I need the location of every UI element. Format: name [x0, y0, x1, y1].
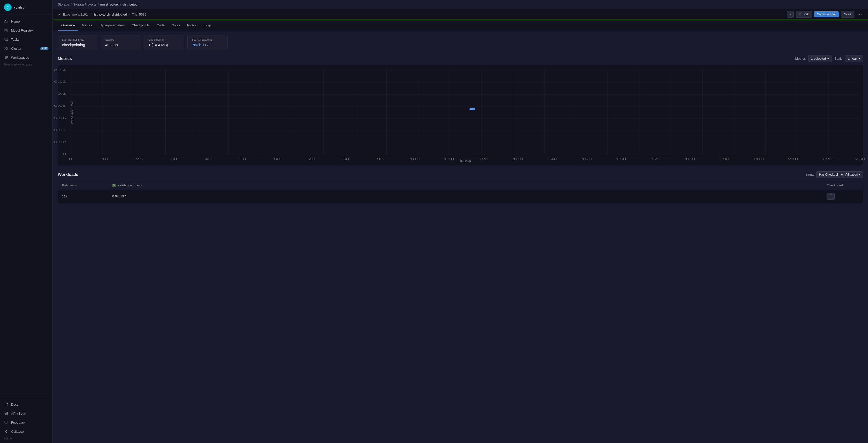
cluster-badge: 9.1%	[40, 47, 49, 50]
svg-text:80: 80	[342, 158, 349, 161]
chart-svg: 0 0.02 0.04 0.06 0.08 0.1 0.12 0.14 0 10…	[70, 70, 860, 155]
svg-text:0.04: 0.04	[54, 129, 66, 131]
workloads-header: Workloads Show Has Checkpoint or Validat…	[58, 170, 863, 178]
sidebar-item-collapse-label: Collapse	[11, 430, 24, 434]
checkpoint-icon-button[interactable]	[827, 193, 835, 200]
chart-data-point	[469, 108, 475, 110]
stat-last-runner-state: Last Runner State checkpointing	[58, 35, 98, 50]
sidebar-item-home-label: Home	[11, 20, 20, 23]
svg-text:70: 70	[308, 158, 315, 161]
metrics-selected-value: 1 selected	[811, 57, 826, 61]
svg-text:110: 110	[444, 158, 454, 161]
th-validation[interactable]: V validation_loss ⇅	[108, 181, 823, 190]
tab-code[interactable]: Code	[153, 20, 168, 31]
tab-checkpoints[interactable]: Checkpoints	[128, 20, 153, 31]
main-content: Storage / StorageProjects / mnist_pytorc…	[53, 0, 868, 443]
tab-profiler[interactable]: Profiler	[184, 20, 201, 31]
trial-id: Trial 5589	[132, 12, 146, 16]
td-checkpoint-0	[823, 190, 863, 203]
sidebar-item-collapse[interactable]: Collapse	[0, 427, 53, 436]
sidebar-item-model-registry-label: Model Registry	[11, 29, 33, 32]
scale-selector[interactable]: Linear ▾	[845, 55, 863, 62]
stat-label-0: Last Runner State	[62, 38, 94, 41]
tab-hyperparameters[interactable]: Hyperparameters	[96, 20, 128, 31]
trial-bar-actions: ▾ ⑂ Fork Continue Trial Move ⋯	[786, 11, 863, 18]
x-axis-label: Batches	[460, 159, 471, 163]
svg-text:0.12: 0.12	[54, 80, 66, 83]
y-axis-label: [V] validation_loss	[70, 102, 73, 124]
api-icon	[4, 411, 8, 416]
sidebar-item-model-registry[interactable]: Model Registry	[0, 26, 53, 35]
scale-selected-value: Linear	[848, 57, 857, 61]
sidebar-item-cluster-label: Cluster	[11, 47, 21, 50]
svg-rect-5	[6, 49, 8, 50]
metrics-chart: [V] validation_loss 0 0.02 0.04	[58, 65, 863, 165]
svg-text:0.14: 0.14	[54, 69, 66, 72]
sidebar-item-feedback-label: Feedback	[11, 421, 25, 424]
th-batches[interactable]: Batches ⇅	[58, 181, 108, 190]
more-options-button[interactable]: ⋯	[857, 12, 863, 16]
metrics-chevron-icon: ▾	[827, 57, 829, 61]
chevron-right-icon: ›	[129, 12, 130, 16]
fork-button[interactable]: ⑂ Fork	[796, 11, 812, 18]
sort-batches-icon: ⇅	[75, 184, 77, 187]
sidebar-item-feedback[interactable]: Feedback	[0, 418, 53, 427]
svg-text:150: 150	[582, 158, 592, 161]
sidebar-item-docs[interactable]: Docs	[0, 400, 53, 409]
svg-text:100: 100	[409, 158, 420, 161]
filter-label: Has Checkpoint or Validation	[819, 173, 858, 176]
th-checkpoint: Checkpoint	[823, 181, 863, 190]
svg-text:0.08: 0.08	[54, 104, 66, 107]
sidebar-item-tasks-label: Tasks	[11, 38, 19, 41]
tab-overview[interactable]: Overview	[58, 20, 79, 31]
tab-metrics[interactable]: Metrics	[79, 20, 96, 31]
sidebar-item-cluster[interactable]: Cluster 9.1%	[0, 44, 53, 53]
metrics-dropdown-label: Metrics	[795, 57, 806, 61]
svg-text:0.02: 0.02	[54, 140, 66, 143]
tab-logs[interactable]: Logs	[201, 20, 215, 31]
sidebar-item-workspaces[interactable]: Workspaces	[0, 53, 53, 62]
filter-chevron-icon: ▾	[859, 173, 860, 176]
expand-dropdown-button[interactable]: ▾	[786, 11, 794, 18]
no-pinned-workspaces: No pinned workspaces	[0, 62, 53, 67]
tab-notes[interactable]: Notes	[168, 20, 184, 31]
experiment-name: mnist_pytorch_distributed	[90, 12, 127, 16]
sidebar-item-api-label: API (Beta)	[11, 412, 26, 415]
breadcrumb-projects[interactable]: StorageProjects	[73, 2, 96, 6]
sidebar-item-home[interactable]: Home	[0, 17, 53, 26]
stat-label-3: Best Checkpoint	[192, 38, 223, 41]
breadcrumb-sep-1: /	[71, 2, 72, 6]
filter-dropdown[interactable]: Has Checkpoint or Validation ▾	[816, 171, 863, 178]
svg-text:190: 190	[719, 158, 730, 161]
metrics-selector[interactable]: 1 selected ▾	[808, 55, 832, 62]
svg-text:130: 130	[513, 158, 523, 161]
trial-bar: ✓ Experiment 2191 mnist_pytorch_distribu…	[53, 9, 868, 20]
table-row: 117 0.075897	[58, 190, 863, 203]
stat-value-2: 1 (14.4 MB)	[149, 43, 180, 47]
stats-row: Last Runner State checkpointing Started …	[53, 31, 868, 54]
svg-text:0.1: 0.1	[58, 92, 66, 95]
svg-text:0: 0	[63, 152, 66, 156]
stat-label-1: Started	[105, 38, 137, 41]
svg-text:170: 170	[650, 158, 660, 161]
show-label: Show	[806, 173, 814, 177]
stat-value-0: checkpointing	[62, 43, 94, 47]
svg-text:60: 60	[274, 158, 280, 161]
svg-text:50: 50	[239, 158, 246, 161]
svg-text:20: 20	[136, 158, 143, 161]
continue-trial-button[interactable]: Continue Trial	[814, 11, 839, 17]
svg-text:180: 180	[685, 158, 695, 161]
sort-validation-icon: ⇅	[141, 184, 143, 187]
svg-text:220: 220	[822, 158, 833, 161]
tab-bar: Overview Metrics Hyperparameters Checkpo…	[53, 20, 868, 31]
breadcrumb-storage[interactable]: Storage	[58, 2, 69, 6]
sidebar-nav: Home Model Registry Tasks	[0, 15, 53, 398]
move-button[interactable]: Move	[841, 11, 855, 18]
stat-value-3[interactable]: Batch 117	[192, 43, 223, 47]
workloads-table: Batches ⇅ V validation_loss ⇅ Checkpoint…	[58, 181, 863, 203]
workloads-filter-controls: Show Has Checkpoint or Validation ▾	[806, 171, 863, 178]
sidebar-item-tasks[interactable]: Tasks	[0, 35, 53, 44]
svg-text:40: 40	[205, 158, 212, 161]
user-profile[interactable]: C ccarlson	[0, 0, 53, 15]
sidebar-item-api[interactable]: API (Beta)	[0, 409, 53, 418]
